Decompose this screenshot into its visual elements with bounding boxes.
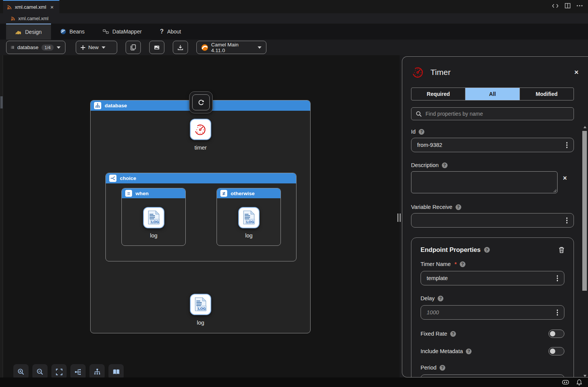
- runtime-label: Camel Main 4.11.0: [211, 42, 249, 53]
- endpoint-card-header: Endpoint Properties: [421, 246, 564, 253]
- notifications-bell-icon[interactable]: [577, 379, 582, 385]
- id-label: Id: [411, 129, 416, 135]
- copy-flow-button[interactable]: [126, 41, 141, 54]
- help-icon[interactable]: [466, 349, 472, 354]
- help-icon[interactable]: [419, 129, 424, 135]
- bean-icon: [60, 29, 66, 35]
- help-icon[interactable]: [460, 261, 465, 267]
- log-node-when[interactable]: LOG: [143, 207, 164, 228]
- include-metadata-label: Include Metadata: [421, 348, 463, 354]
- breadcrumb[interactable]: xml.camel.xml: [0, 13, 588, 24]
- panel-close-icon[interactable]: ×: [574, 68, 578, 76]
- new-button-label: New: [88, 45, 99, 50]
- copilot-icon[interactable]: [562, 379, 569, 385]
- log-node-otherwise[interactable]: LOG: [238, 207, 260, 228]
- route-list-icon: [11, 45, 14, 50]
- when-group[interactable]: = when LOG log: [121, 188, 186, 246]
- description-textarea[interactable]: [411, 171, 558, 193]
- otherwise-group-header[interactable]: ≠ otherwise: [217, 188, 280, 198]
- zoom-out-button[interactable]: [32, 364, 48, 379]
- scroll-up-arrow[interactable]: [583, 126, 586, 128]
- open-source-code-icon[interactable]: [552, 3, 559, 8]
- image-icon: [154, 45, 159, 50]
- fit-to-screen-button[interactable]: [51, 364, 67, 379]
- field-kebab-menu-icon[interactable]: [565, 141, 569, 149]
- variable-receive-input[interactable]: [411, 217, 574, 223]
- timer-name-label: Timer Name: [421, 261, 451, 267]
- delay-input[interactable]: [421, 309, 564, 315]
- help-icon[interactable]: [456, 204, 461, 210]
- route-count-badge: 1/4: [41, 45, 54, 51]
- resize-grip: [553, 189, 556, 192]
- id-input[interactable]: [411, 142, 574, 148]
- filter-modified[interactable]: Modified: [520, 88, 574, 100]
- horizontal-layout-button[interactable]: [70, 364, 86, 379]
- fixed-rate-toggle[interactable]: [548, 330, 564, 338]
- property-search-input[interactable]: [425, 111, 569, 117]
- choice-group[interactable]: choice = when: [105, 173, 296, 261]
- log-badge-text: LOG: [151, 220, 159, 224]
- filter-all[interactable]: All: [465, 88, 519, 100]
- tab-about-label: About: [167, 29, 181, 35]
- log-node-final[interactable]: LOG: [190, 294, 211, 315]
- include-metadata-toggle[interactable]: [548, 347, 564, 355]
- runtime-selector-button[interactable]: Camel Main 4.11.0: [196, 41, 266, 54]
- flow-canvas[interactable]: database choice = when: [3, 55, 400, 377]
- when-group-header[interactable]: = when: [122, 188, 185, 198]
- tab-beans[interactable]: Beans: [51, 24, 94, 40]
- variable-receive-label-row: Variable Receive: [411, 204, 574, 210]
- id-field-label-row: Id: [411, 129, 574, 135]
- more-actions-icon[interactable]: [577, 5, 583, 6]
- timer-icon: [193, 122, 208, 137]
- vertical-layout-button[interactable]: [89, 364, 105, 379]
- zoom-in-button[interactable]: [13, 364, 29, 379]
- choice-group-label: choice: [120, 175, 136, 181]
- chevron-down-icon: [102, 46, 105, 49]
- catalog-button[interactable]: [108, 364, 124, 379]
- filter-required[interactable]: Required: [411, 88, 465, 100]
- camel-file-feed-icon: [7, 5, 12, 10]
- tab-close-icon[interactable]: ×: [50, 4, 54, 10]
- property-filter-tabs: Required All Modified: [411, 88, 574, 100]
- timer-name-input[interactable]: [421, 275, 564, 281]
- help-icon[interactable]: [440, 365, 445, 371]
- panel-resize-handle[interactable]: [397, 212, 401, 223]
- scrollbar-thumb[interactable]: [582, 131, 587, 291]
- route-refresh-node[interactable]: [189, 91, 213, 113]
- route-selector-button[interactable]: database 1/4: [6, 41, 65, 54]
- camel-icon: [15, 30, 22, 35]
- timer-node[interactable]: [190, 119, 211, 140]
- log-node-label: log: [131, 233, 177, 239]
- panel-scrollbar[interactable]: [582, 126, 588, 377]
- download-icon: [178, 45, 183, 51]
- scroll-down-arrow[interactable]: [583, 375, 586, 377]
- description-field-row: ×: [411, 171, 574, 193]
- period-field: [421, 374, 564, 377]
- field-kebab-menu-icon[interactable]: [556, 274, 559, 282]
- include-metadata-row: Include Metadata: [421, 347, 564, 355]
- help-icon[interactable]: [484, 247, 490, 253]
- log-badge-text: LOG: [246, 220, 254, 224]
- description-label-row: Description: [411, 162, 574, 168]
- otherwise-group[interactable]: ≠ otherwise LOG log: [217, 188, 281, 246]
- new-route-button[interactable]: New: [76, 41, 117, 54]
- description-clear-icon[interactable]: ×: [563, 174, 567, 182]
- help-icon[interactable]: [450, 331, 456, 337]
- editor-tab-xml-camel[interactable]: xml.camel.xml ×: [3, 0, 59, 13]
- log-node-label: log: [226, 233, 272, 239]
- help-icon[interactable]: [438, 296, 443, 301]
- export-image-button[interactable]: [149, 41, 164, 54]
- field-kebab-menu-icon[interactable]: [556, 308, 559, 317]
- tab-about[interactable]: ? About: [151, 24, 190, 40]
- help-icon[interactable]: [442, 162, 448, 168]
- download-button[interactable]: [173, 41, 188, 54]
- property-search[interactable]: [411, 107, 574, 120]
- tab-datamapper[interactable]: DataMapper: [94, 24, 151, 40]
- log-icon: LOG: [242, 210, 255, 225]
- field-kebab-menu-icon[interactable]: [565, 216, 569, 225]
- trash-icon[interactable]: [559, 247, 564, 253]
- status-bar: [0, 377, 588, 387]
- split-editor-icon[interactable]: [565, 3, 570, 8]
- choice-group-header[interactable]: choice: [106, 173, 296, 183]
- tab-design[interactable]: Design: [6, 24, 51, 40]
